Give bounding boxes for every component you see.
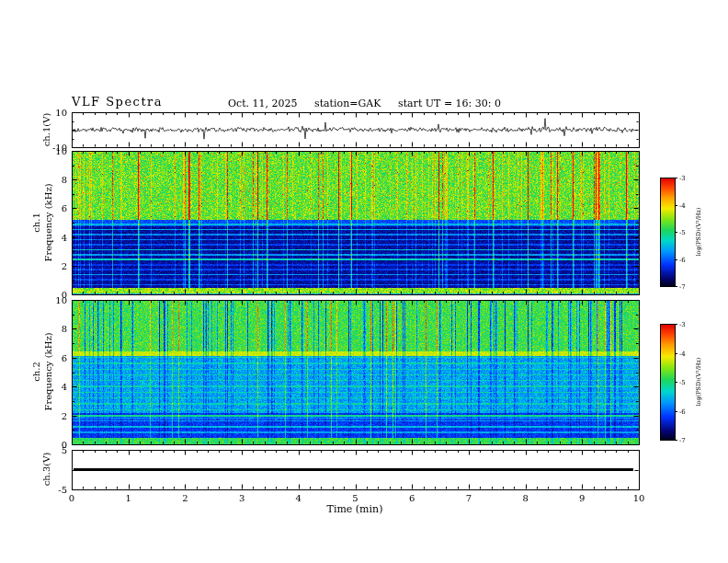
title-date: Oct. 11, 2025 <box>228 98 298 109</box>
colorbar-tick-label: -7 <box>679 283 686 291</box>
ch1-voltage-axis-label: ch.1(V) <box>41 113 53 147</box>
x-axis-tick-label: 9 <box>579 493 585 503</box>
y-axis-tick-label: -5 <box>58 485 67 495</box>
y-axis-tick-label: 4 <box>62 382 67 392</box>
y-axis-tick-label: 4 <box>62 232 67 242</box>
colorbar2-psd-label: log(PSD)(V²/Hz) <box>695 358 702 407</box>
ch2-frequency-axis-label: ch.2 Frequency (kHz) <box>31 332 54 410</box>
x-axis-tick-label: 1 <box>126 493 131 503</box>
y-axis-tick-label: 5 <box>62 445 67 455</box>
y-axis-tick-label: 10 <box>55 295 67 305</box>
colorbar-tick-label: -5 <box>679 229 686 236</box>
ch3-voltage-axis-label: ch.3(V) <box>41 453 53 487</box>
plot-canvas <box>0 0 728 563</box>
colorbar-tick-label: -3 <box>679 175 686 182</box>
y-axis-tick-label: 10 <box>55 108 67 118</box>
colorbar-tick-label: -6 <box>679 408 686 416</box>
colorbar-tick-label: -3 <box>679 321 686 328</box>
colorbar-tick-label: -4 <box>679 350 686 358</box>
colorbar-tick-label: -5 <box>679 379 686 386</box>
vlf-spectra-figure: VLF Spectra Oct. 11, 2025 station=GAK st… <box>0 0 728 563</box>
figure-title: VLF Spectra <box>72 95 163 109</box>
colorbar1-psd-label: log(PSD)(V²/Hz) <box>695 208 702 257</box>
title-station: station=GAK <box>314 98 381 109</box>
ch2-frequency-axis-label-line1: ch.2 <box>31 332 43 410</box>
x-axis-tick-label: 5 <box>352 493 358 503</box>
ch1-frequency-axis-label: ch.1 Frequency (kHz) <box>31 183 54 261</box>
title-start-ut: start UT = 16: 30: 0 <box>398 98 501 109</box>
x-axis-tick-label: 6 <box>409 493 415 503</box>
colorbar-tick-label: -7 <box>679 437 686 444</box>
colorbar-tick-label: -6 <box>679 257 686 264</box>
ch1-frequency-axis-label-line2: Frequency (kHz) <box>42 183 54 261</box>
y-axis-tick-label: 10 <box>55 146 67 156</box>
time-axis-label: Time (min) <box>327 503 383 515</box>
x-axis-tick-label: 8 <box>522 493 528 503</box>
y-axis-tick-label: 8 <box>62 324 67 334</box>
y-axis-tick-label: 2 <box>62 260 67 270</box>
ch2-frequency-axis-label-line2: Frequency (kHz) <box>42 332 54 410</box>
y-axis-tick-label: 2 <box>62 410 67 420</box>
colorbar-tick-label: -4 <box>679 202 686 210</box>
ch1-frequency-axis-label-line1: ch.1 <box>31 183 43 261</box>
x-axis-tick-label: 3 <box>239 493 245 503</box>
y-axis-tick-label: 8 <box>62 175 67 185</box>
x-axis-tick-label: 7 <box>466 493 472 503</box>
x-axis-tick-label: 2 <box>182 493 188 503</box>
x-axis-tick-label: 10 <box>633 493 645 503</box>
x-axis-tick-label: 4 <box>296 493 301 503</box>
x-axis-tick-label: 0 <box>69 493 74 503</box>
y-axis-tick-label: 6 <box>62 352 67 362</box>
y-axis-tick-label: 6 <box>62 203 67 213</box>
